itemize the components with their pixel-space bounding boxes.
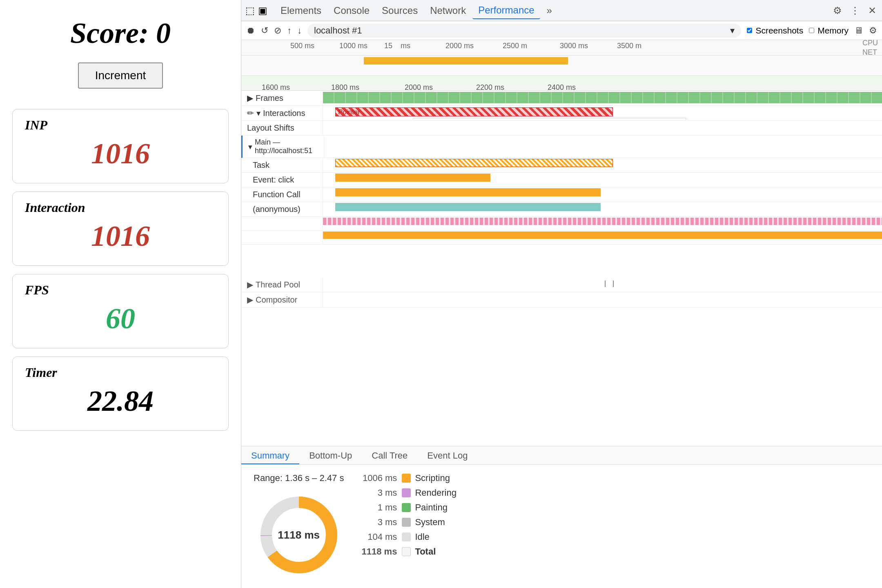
interactions-collapse-icon[interactable]: ▾	[256, 108, 261, 118]
summary-legend: 1006 ms Scripting 3 ms Rendering 1 ms Pa…	[360, 473, 870, 580]
compositor-label[interactable]: ▶ Compositor	[241, 292, 323, 307]
frames-collapse-icon[interactable]: ▶	[247, 93, 253, 103]
perf-settings-icon[interactable]: ⚙	[869, 25, 877, 36]
scripting-dot	[402, 474, 411, 483]
devtools-header: ⬚ ▣ Elements Console Sources Network Per…	[241, 0, 882, 21]
main-label[interactable]: ▾ Main — http://localhost:51	[243, 136, 324, 158]
legend-scripting: 1006 ms Scripting	[360, 473, 870, 483]
upload-icon[interactable]: ↑	[287, 25, 292, 36]
ruler-marks: 500 ms 1000 ms 15 ms 2000 ms 2500 m 3000…	[274, 40, 882, 55]
tab-sources[interactable]: Sources	[376, 2, 423, 19]
legend-idle: 104 ms Idle	[360, 532, 870, 542]
timer-value: 22.84	[25, 384, 216, 418]
function-call-text: Function Call	[253, 190, 301, 199]
record-icon[interactable]: ⏺	[246, 25, 255, 36]
frames-track	[323, 92, 882, 103]
frames-text: Frames	[256, 94, 283, 103]
total-dot	[402, 547, 411, 556]
tab-event-log[interactable]: Event Log	[417, 446, 477, 464]
timeline-ruler: 500 ms 1000 ms 15 ms 2000 ms 2500 m 3000…	[241, 40, 882, 56]
legend-total: 1118 ms Total	[360, 546, 870, 557]
timeline-content[interactable]: ▶ Frames ✏ ▾ Interactions Pointer 1.02 s	[241, 91, 882, 446]
memory-checkbox[interactable]	[809, 28, 814, 33]
pointer-interaction-bar[interactable]: Pointer	[335, 107, 613, 116]
donut-chart: 1118 ms	[254, 490, 344, 580]
event-click-section: Event: click	[241, 173, 882, 187]
ruler-3500: 3500 m	[617, 42, 641, 50]
settings-icon[interactable]: ⚙	[831, 3, 844, 18]
tab-summary[interactable]: Summary	[241, 446, 299, 464]
ruler-15: 15	[384, 42, 392, 50]
reload-icon[interactable]: ↺	[261, 25, 268, 36]
compositor-track	[323, 292, 882, 305]
tab-console[interactable]: Console	[328, 2, 375, 19]
interaction-label: Interaction	[25, 200, 216, 215]
legend-total-value: 1118 ms	[360, 546, 397, 557]
anonymous-bar	[335, 203, 601, 211]
url-dropdown-icon[interactable]: ▾	[730, 25, 735, 36]
thread-pool-text: Thread Pool	[256, 280, 300, 290]
summary-range: Range: 1.36 s – 2.47 s	[254, 473, 344, 483]
function-call-bar	[335, 188, 601, 196]
layout-shifts-label[interactable]: Layout Shifts	[241, 121, 323, 135]
interactions-track: Pointer 1.02 s Pointer Long interaction …	[323, 106, 882, 120]
increment-button[interactable]: Increment	[78, 62, 163, 89]
tab-bottom-up[interactable]: Bottom-Up	[299, 446, 362, 464]
memory-group: Memory	[809, 26, 849, 36]
scripting-name: Scripting	[415, 473, 450, 483]
compositor-text: Compositor	[256, 295, 297, 305]
main-collapse-icon[interactable]: ▾	[248, 142, 252, 151]
main-text: Main — http://localhost:51	[255, 138, 321, 155]
perf-toolbar: ⏺ ↺ ⊘ ↑ ↓ localhost #1 ▾ Screenshots Mem…	[241, 21, 882, 40]
memory-icon2[interactable]: 🖥	[854, 25, 863, 36]
summary-section: Range: 1.36 s – 2.47 s 1118 ms 1006	[241, 465, 882, 588]
interactions-label[interactable]: ✏ ▾ Interactions	[241, 106, 323, 120]
devtools-icons: ⚙ ⋮ ✕	[831, 3, 878, 18]
yellow-row-label	[241, 231, 323, 244]
pink-row-label	[241, 217, 323, 230]
cpu-net-area	[241, 56, 882, 76]
tab-elements[interactable]: Elements	[275, 2, 327, 19]
legend-system-value: 3 ms	[360, 517, 397, 528]
screenshots-group: Screenshots	[747, 26, 803, 36]
layout-shifts-text: Layout Shifts	[247, 123, 294, 133]
cpu-net-labels: CPU NET	[862, 40, 878, 56]
compositor-collapse-icon[interactable]: ▶	[247, 295, 253, 305]
idle-dot	[402, 532, 411, 541]
frames-label[interactable]: ▶ Frames	[241, 91, 323, 105]
memory-label: Memory	[817, 26, 849, 36]
task-text: Task	[253, 160, 270, 170]
thread-pool-track	[323, 277, 882, 290]
ruler-ms: ms	[401, 42, 410, 50]
anonymous-section: (anonymous)	[241, 202, 882, 217]
yellow-track	[323, 231, 882, 241]
pencil-icon: ✏	[247, 108, 254, 118]
task-bar	[335, 159, 613, 167]
tab-call-tree[interactable]: Call Tree	[362, 446, 417, 464]
inspect-icon[interactable]: ⬚	[245, 5, 255, 16]
legend-scripting-value: 1006 ms	[360, 473, 397, 483]
ruler-3000: 3000 ms	[560, 42, 588, 50]
pink-section	[241, 217, 882, 231]
more-options-icon[interactable]: ⋮	[849, 3, 862, 18]
clear-icon[interactable]: ⊘	[274, 25, 281, 36]
painting-name: Painting	[415, 502, 448, 513]
download-icon[interactable]: ↓	[297, 25, 302, 36]
compositor-section: ▶ Compositor	[241, 292, 882, 307]
yellow-section	[241, 231, 882, 245]
tab-performance[interactable]: Performance	[472, 2, 540, 19]
thread-pool-section: ▶ Thread Pool	[241, 277, 882, 292]
function-call-track	[323, 187, 882, 198]
tab-more[interactable]: »	[541, 2, 558, 19]
anonymous-text: (anonymous)	[253, 205, 301, 214]
fps-label: FPS	[25, 283, 216, 298]
tab-network[interactable]: Network	[424, 2, 472, 19]
thread-pool-label[interactable]: ▶ Thread Pool	[241, 277, 323, 292]
device-icon[interactable]: ▣	[258, 5, 267, 16]
system-dot	[402, 518, 411, 527]
close-icon[interactable]: ✕	[866, 3, 878, 18]
legend-idle-value: 104 ms	[360, 532, 397, 542]
screenshots-checkbox[interactable]	[747, 28, 752, 33]
screenshots-label: Screenshots	[755, 26, 803, 36]
thread-pool-collapse-icon[interactable]: ▶	[247, 280, 253, 290]
